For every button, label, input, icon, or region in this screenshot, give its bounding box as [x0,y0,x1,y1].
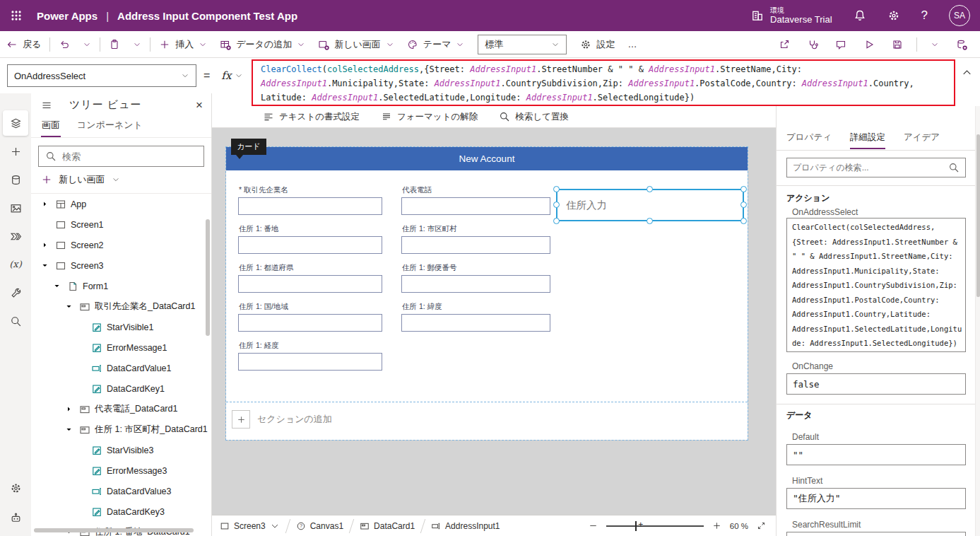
address-input-component[interactable]: 住所入力 [556,189,744,221]
rail-power-automate[interactable] [3,223,28,249]
clear-format-button[interactable]: フォーマットの解除 [381,111,478,123]
hinttext-value[interactable]: "住所入力" [786,488,966,509]
brand-title[interactable]: Power Apps [37,10,98,22]
add-section-button[interactable] [232,410,250,429]
field-input[interactable] [401,275,550,293]
tree-item[interactable]: DataCardValue3 [31,481,211,501]
tree-item[interactable]: 代表電話_DataCard1 [31,399,211,419]
theme-button[interactable]: テーマ [401,31,471,57]
app-launcher-icon[interactable] [0,0,33,31]
bell-icon[interactable] [854,9,866,22]
tree-item[interactable]: App [31,194,211,214]
selection-handle[interactable] [740,202,747,208]
tree-item[interactable]: StarVisible3 [31,440,211,460]
canvas-area[interactable]: カード New Account *取引先企業名代表電話住所 1: 番地住所 1:… [212,128,776,515]
paste-dropdown[interactable] [126,31,148,57]
undo-button[interactable] [52,31,76,57]
close-icon[interactable]: × [196,99,203,111]
default-value[interactable]: "" [786,444,966,465]
formula-collapse-icon[interactable] [961,66,973,78]
publish-button[interactable] [950,39,973,50]
rail-tree-view[interactable] [3,110,28,136]
chevron-down-icon[interactable] [65,426,75,433]
breadcrumb-addressinput1[interactable]: AddressInput1 [423,521,507,531]
tree-vertical-scrollbar[interactable] [206,219,210,336]
field-input[interactable] [238,353,382,371]
searchresultlimit-value[interactable] [786,532,966,536]
selection-handle[interactable] [553,186,560,192]
tree-item[interactable]: 住所 1: 市区町村_DataCard1 [31,419,211,440]
rail-variables[interactable]: (x) [3,252,28,277]
chevron-right-icon[interactable] [41,200,51,208]
find-replace-button[interactable]: 検索して置換 [499,111,569,123]
tree-item[interactable]: Screen2 [31,235,211,255]
field-input[interactable] [238,314,382,332]
chevron-down-icon[interactable] [41,262,51,269]
breadcrumb-screen3[interactable]: Screen3 [212,521,288,531]
formula-input[interactable]: ClearCollect(colSelectedAddress,{Street:… [252,59,955,106]
more-commands-button[interactable]: … [621,31,643,57]
chevron-right-icon[interactable] [41,241,51,249]
tree-item[interactable]: DataCardKey1 [31,378,211,399]
tab-advanced[interactable]: 詳細設定 [850,132,885,149]
field-input[interactable] [238,197,382,215]
rail-data[interactable] [3,167,28,192]
tree-item[interactable]: StarVisible1 [31,317,211,337]
zoom-out-button[interactable] [589,521,598,530]
onchange-value[interactable]: false [786,373,966,395]
fx-menu[interactable]: fx [217,62,247,89]
tree-item[interactable]: Screen1 [31,214,211,235]
panel-scrollbar[interactable] [975,106,980,536]
tree-item[interactable]: ErrorMessage1 [31,337,211,358]
field-input[interactable] [238,275,382,293]
comments-button[interactable] [830,39,852,50]
rail-advanced-tools[interactable] [3,280,28,305]
paste-button[interactable] [102,31,126,57]
selection-handle[interactable] [740,186,747,192]
rail-media[interactable] [3,195,28,221]
environment-switcher[interactable]: 環境 Dataverse Trial [751,6,832,25]
form-header[interactable]: New Account [226,147,748,170]
tab-screens[interactable]: 画面 [41,116,61,137]
chevron-down-icon[interactable] [53,282,63,290]
selection-handle[interactable] [647,218,653,224]
new-screen-button[interactable]: 新しい画面 [312,31,401,57]
settings-button[interactable]: 設定 [574,31,621,57]
tab-components[interactable]: コンポーネント [76,116,143,137]
new-screen-menu-button[interactable]: 新しい画面 [31,167,211,194]
share-button[interactable] [773,39,796,50]
fullscreen-icon[interactable] [757,521,766,530]
field-input[interactable] [238,236,382,254]
tree-item[interactable]: DataCardValue1 [31,358,211,378]
zoom-slider-thumb[interactable] [635,521,637,531]
tab-ideas[interactable]: アイデア [904,132,940,149]
insert-button[interactable]: 挿入 [153,31,213,57]
add-data-button[interactable]: データの追加 [213,31,312,57]
gear-icon[interactable] [887,9,900,22]
onaddressselect-value[interactable]: ClearCollect(colSelectedAddress, {Street… [786,218,966,352]
property-select[interactable]: OnAddressSelect [7,64,196,87]
tab-properties[interactable]: プロパティ [786,132,832,149]
rail-virtual-agent[interactable] [3,505,28,530]
theme-select[interactable]: 標準 [478,35,567,54]
breadcrumb-datacard1[interactable]: DataCard1 [352,521,423,531]
back-button[interactable]: 戻る [0,31,47,57]
tree-item[interactable]: Form1 [31,276,211,296]
tree-item[interactable]: ErrorMessage3 [31,460,211,481]
save-button[interactable] [886,39,909,50]
panel-scrollbar-thumb[interactable] [976,134,980,297]
field-input[interactable] [401,236,550,254]
chevron-down-icon[interactable] [65,303,75,310]
field-input[interactable] [401,197,550,215]
text-format-button[interactable]: テキストの書式設定 [263,111,360,123]
save-dropdown[interactable] [925,40,945,49]
rail-search[interactable] [3,308,28,334]
zoom-slider[interactable]: + [606,525,704,527]
form-control[interactable]: カード New Account *取引先企業名代表電話住所 1: 番地住所 1:… [226,147,748,440]
help-button[interactable]: ? [921,8,928,23]
tree-item[interactable]: DataCardKey3 [31,501,211,522]
breadcrumb-canvas1[interactable]: ?Canvas1 [288,521,351,531]
preview-button[interactable] [858,39,880,50]
tree-item[interactable]: 取引先企業名_DataCard1 [31,296,211,317]
selection-handle[interactable] [553,218,560,224]
